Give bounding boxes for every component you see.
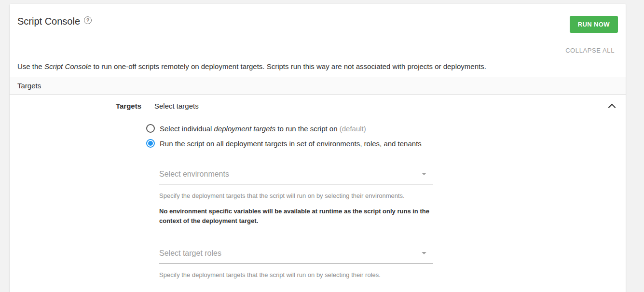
intro-suffix: to run one-off scripts remotely on deplo… xyxy=(91,62,486,70)
caret-down-icon xyxy=(422,173,426,175)
intro-text: Use the Script Console to run one-off sc… xyxy=(17,62,618,77)
radio0-muted: (default) xyxy=(340,125,366,133)
expander-label: Targets xyxy=(17,102,141,110)
chevron-up-icon[interactable] xyxy=(609,103,616,110)
radio0-middle: to run the script on xyxy=(275,125,340,133)
radio-option-all-targets[interactable]: Run the script on all deployment targets… xyxy=(146,138,428,150)
card-header: Script Console ? RUN NOW COLLAPSE ALL Us… xyxy=(10,4,626,77)
radio-unselected-icon[interactable] xyxy=(146,124,155,133)
help-icon[interactable]: ? xyxy=(84,16,92,24)
environments-select-placeholder: Select environments xyxy=(159,170,229,178)
radio0-prefix: Select individual xyxy=(160,125,214,133)
page-title: Script Console ? xyxy=(17,16,92,27)
environments-helper-text: Specify the deployment targets that the … xyxy=(159,192,433,200)
radio0-italic: deployment targets xyxy=(214,125,276,133)
radio-option-individual-targets[interactable]: Select individual deployment targets to … xyxy=(146,123,428,135)
radio-option-individual-label: Select individual deployment targets to … xyxy=(160,123,366,135)
collapse-all-button[interactable]: COLLAPSE ALL xyxy=(565,47,615,54)
target-roles-select-placeholder: Select target roles xyxy=(159,249,221,257)
section-header-targets: Targets xyxy=(10,77,626,95)
intro-italic: Script Console xyxy=(44,62,92,70)
script-console-card: Script Console ? RUN NOW COLLAPSE ALL Us… xyxy=(10,4,626,292)
header-actions: RUN NOW COLLAPSE ALL xyxy=(565,16,618,54)
page-title-text: Script Console xyxy=(17,16,80,27)
target-selection-radio-group: Select individual deployment targets to … xyxy=(146,123,428,150)
radio-option-all-label: Run the script on all deployment targets… xyxy=(160,138,422,150)
caret-down-icon xyxy=(422,252,426,254)
expander-row-targets[interactable]: Targets Select targets xyxy=(10,95,626,110)
target-roles-select[interactable]: Select target roles xyxy=(159,248,433,264)
target-fields: Select environments Specify the deployme… xyxy=(159,169,433,279)
expander-summary: Select targets xyxy=(154,102,199,110)
environments-select[interactable]: Select environments xyxy=(159,169,433,184)
radio-selected-icon[interactable] xyxy=(146,139,155,148)
run-now-button[interactable]: RUN NOW xyxy=(570,16,618,33)
target-roles-helper-text: Specify the deployment targets that the … xyxy=(159,271,433,279)
environments-note-text: No environment specific variables will b… xyxy=(159,207,429,226)
intro-prefix: Use the xyxy=(17,62,44,70)
title-row: Script Console ? RUN NOW COLLAPSE ALL xyxy=(17,16,618,54)
